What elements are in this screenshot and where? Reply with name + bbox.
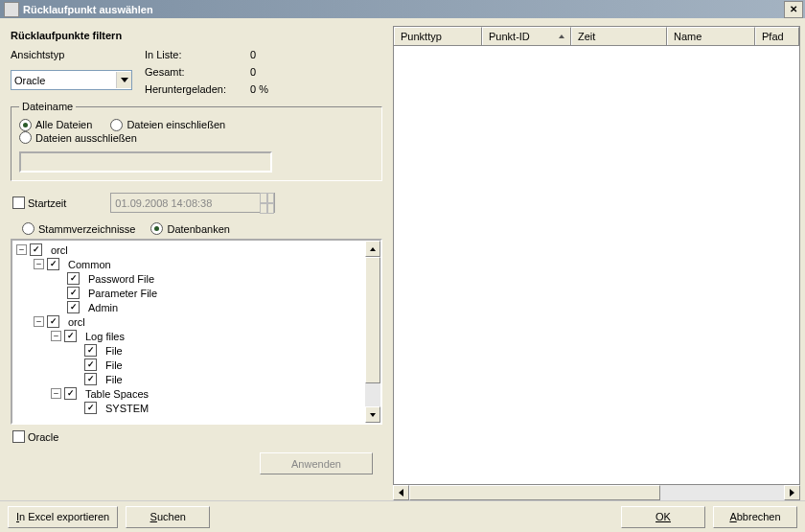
expand-icon[interactable]: − [34,316,44,327]
view-type-combo[interactable]: Oracle [11,70,132,90]
export-excel-button[interactable]: In Excel exportieren [8,506,118,528]
tree-checkbox[interactable] [30,243,45,256]
start-time-picker[interactable]: 01.09.2008 14:08:38 [110,193,275,213]
cancel-button[interactable]: Abbrechen [713,506,797,528]
filename-legend: Dateiname [19,101,76,112]
tree-item[interactable]: Log files [85,331,125,342]
apply-button[interactable]: Anwenden [260,452,373,474]
spin-up-icon[interactable] [260,193,274,203]
total-label: Gesamt: [145,66,226,78]
oracle-checkbox[interactable]: Oracle [12,430,58,443]
radio-databases[interactable]: Datenbanken [150,222,229,235]
table-header: Punkttyp Punkt-ID Zeit Name Pfad [393,26,800,46]
table-h-scrollbar[interactable] [393,485,800,500]
th-type[interactable]: Punkttyp [394,27,482,45]
view-type-value: Oracle [12,75,116,86]
tree-item[interactable]: Common [68,259,111,270]
app-icon [4,2,19,17]
radio-root-dirs[interactable]: Stammverzeichnisse [22,222,135,235]
chevron-down-icon[interactable] [116,72,131,88]
tree-view[interactable]: −orcl −Common Password File Parameter Fi… [11,239,382,425]
downloaded-label: Heruntergeladen: [145,83,226,95]
total-value: 0 [236,66,268,78]
scroll-right-icon[interactable] [784,485,800,500]
th-id[interactable]: Punkt-ID [482,27,571,45]
in-list-label: In Liste: [145,49,226,60]
ok-button[interactable]: OK [621,506,705,528]
search-button[interactable]: Suchen [126,506,210,528]
tree-item[interactable]: File [105,374,123,385]
tree-checkbox[interactable] [47,315,62,328]
tree-item[interactable]: Password File [88,273,154,285]
tree-checkbox[interactable] [64,387,80,400]
th-path[interactable]: Pfad [755,27,799,45]
tree-item[interactable]: File [105,345,123,357]
spin-down-icon[interactable] [260,203,274,214]
expand-icon[interactable]: − [34,259,44,269]
tree-checkbox[interactable] [67,287,82,299]
expand-icon[interactable]: − [16,244,27,255]
scroll-down-icon[interactable] [365,406,380,423]
tree-scrollbar[interactable] [365,241,380,423]
view-type-label: Ansichtstyp [11,49,145,70]
expand-icon[interactable]: − [51,331,61,341]
start-time-checkbox[interactable]: Startzeit [12,197,66,209]
radio-all-files[interactable]: Alle Dateien [19,119,92,131]
in-list-value: 0 [236,49,268,60]
title-bar: Rücklaufpunkt auswählen ✕ [0,0,805,18]
tree-item[interactable]: orcl [68,316,85,328]
downloaded-value: 0 % [236,83,268,95]
window-title: Rücklaufpunkt auswählen [23,4,784,15]
radio-exclude-files[interactable]: Dateien ausschließen [19,131,137,144]
tree-checkbox[interactable] [47,258,62,270]
tree-item[interactable]: File [105,359,123,371]
scroll-thumb[interactable] [365,257,380,383]
tree-checkbox[interactable] [84,402,100,414]
tree-checkbox[interactable] [84,344,100,357]
filename-input[interactable] [19,151,272,173]
tree-item[interactable]: SYSTEM [105,403,149,414]
start-time-value: 01.09.2008 14:08:38 [111,197,260,209]
th-name[interactable]: Name [667,27,755,45]
tree-checkbox[interactable] [67,272,82,285]
scroll-up-icon[interactable] [365,241,380,257]
tree-item[interactable]: Table Spaces [85,388,149,400]
tree-item[interactable]: Admin [88,302,118,313]
filter-title: Rücklaufpunkte filtern [5,26,388,49]
tree-checkbox[interactable] [67,301,82,313]
close-button[interactable]: ✕ [784,1,803,18]
expand-icon[interactable]: − [51,388,61,399]
table-body[interactable] [393,46,800,485]
tree-checkbox[interactable] [64,330,80,342]
th-time[interactable]: Zeit [571,27,667,45]
tree-checkbox[interactable] [84,373,100,385]
radio-include-files[interactable]: Dateien einschließen [110,119,225,131]
tree-checkbox[interactable] [84,359,100,371]
tree-item[interactable]: Parameter File [88,288,157,299]
tree-item[interactable]: orcl [51,244,68,256]
filename-group: Dateiname Alle Dateien Dateien einschlie… [11,101,382,181]
scroll-thumb[interactable] [409,485,660,500]
scroll-left-icon[interactable] [393,485,409,500]
